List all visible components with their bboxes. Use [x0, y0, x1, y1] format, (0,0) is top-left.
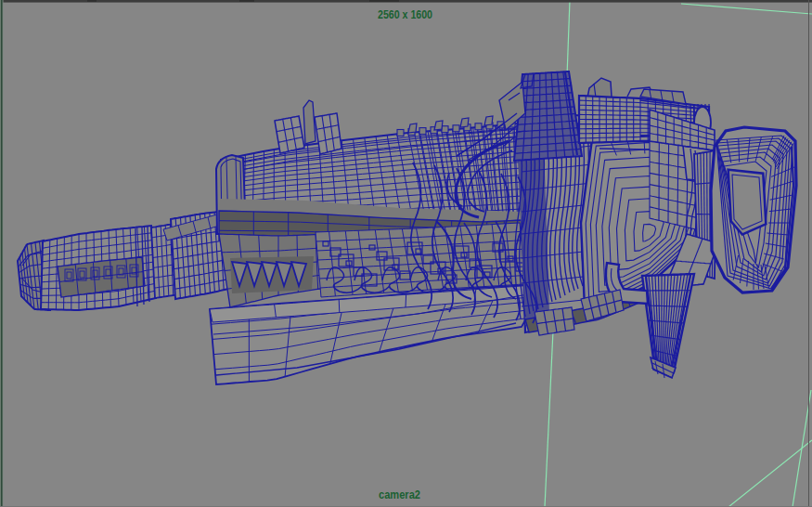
svg-text:2560 x 1600: 2560 x 1600 — [378, 8, 432, 21]
svg-text:camera2: camera2 — [379, 488, 420, 501]
